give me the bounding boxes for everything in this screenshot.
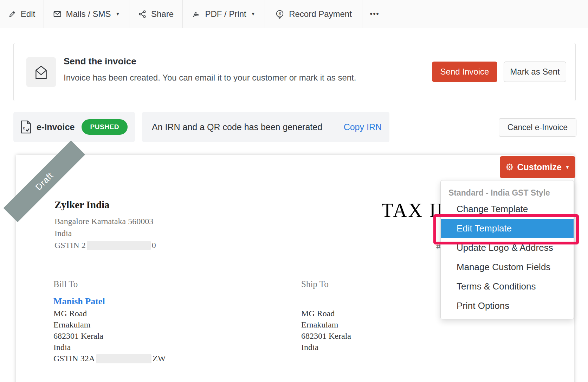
irn-message: An IRN and a QR code has been generated xyxy=(152,122,322,132)
menu-item-print-options[interactable]: Print Options xyxy=(441,296,574,316)
bill-to-gstin: GSTIN 32A ZW xyxy=(53,354,166,363)
ship-to-line: 682301 Kerala xyxy=(301,331,351,341)
more-actions-button[interactable]: ••• xyxy=(362,0,387,28)
redacted-gstin xyxy=(96,354,151,363)
svg-text:e: e xyxy=(23,125,25,130)
menu-item-update-logo-address[interactable]: Update Logo & Address xyxy=(441,238,574,257)
chevron-down-icon: ▼ xyxy=(116,11,120,17)
mark-as-sent-button[interactable]: Mark as Sent xyxy=(504,62,566,82)
bill-to-line: Ernakulam xyxy=(53,320,90,330)
einvoice-status-section: e e-Invoice PUSHED xyxy=(13,112,135,142)
customize-dropdown-menu: Standard - India GST Style Change Templa… xyxy=(440,180,574,319)
company-name: Zylker India xyxy=(54,199,110,211)
ship-to-line: Ernakulam xyxy=(301,320,338,330)
pdf-icon xyxy=(192,10,200,18)
send-invoice-button[interactable]: Send Invoice xyxy=(432,62,497,82)
envelope-icon xyxy=(53,10,62,18)
more-icon: ••• xyxy=(370,10,379,18)
company-country: India xyxy=(54,229,72,238)
bill-gstin-prefix: GSTIN 32A xyxy=(53,354,95,363)
banner-title: Send the invoice xyxy=(64,56,136,67)
ship-to-line: India xyxy=(301,343,318,352)
share-button[interactable]: Share xyxy=(129,0,183,28)
pushed-status-badge: PUSHED xyxy=(82,119,128,135)
menu-item-edit-template[interactable]: Edit Template xyxy=(441,219,574,238)
company-address: Bangalore Karnataka 560003 xyxy=(54,217,153,226)
invoice-detail-page: Edit Mails / SMS ▼ Share PDF / Print ▼ $… xyxy=(0,0,588,382)
chevron-down-icon: ▼ xyxy=(251,11,256,17)
customer-name-link[interactable]: Manish Patel xyxy=(53,296,105,307)
bill-to-line: India xyxy=(53,343,71,352)
record-payment-label: Record Payment xyxy=(289,9,352,19)
menu-item-manage-custom-fields[interactable]: Manage Custom Fields xyxy=(441,257,574,277)
menu-item-terms-conditions[interactable]: Terms & Conditions xyxy=(441,277,574,296)
cancel-einvoice-button[interactable]: Cancel e-Invoice xyxy=(499,118,576,137)
ship-to-line: MG Road xyxy=(301,309,335,318)
customize-button[interactable]: ⚙ Customize ▼ xyxy=(500,156,575,178)
send-invoice-banner: Send the invoice Invoice has been create… xyxy=(13,43,576,101)
pdf-print-label: PDF / Print xyxy=(205,9,246,19)
company-gstin-suffix: 0 xyxy=(152,241,156,250)
bill-to-heading: Bill To xyxy=(53,279,78,289)
bill-to-line: 682301 Kerala xyxy=(53,331,103,341)
copy-irn-link[interactable]: Copy IRN xyxy=(344,122,382,132)
bill-gstin-suffix: ZW xyxy=(153,354,166,363)
customize-label: Customize xyxy=(517,162,562,172)
envelope-badge xyxy=(26,57,56,87)
company-gstin: GSTIN 2 0 xyxy=(54,241,156,250)
open-envelope-icon xyxy=(33,64,49,80)
edit-button[interactable]: Edit xyxy=(0,0,44,28)
ship-to-heading: Ship To xyxy=(301,279,329,289)
share-icon xyxy=(138,10,147,18)
edit-label: Edit xyxy=(21,9,35,19)
share-label: Share xyxy=(151,9,174,19)
bill-to-line: MG Road xyxy=(53,309,87,318)
pdf-print-button[interactable]: PDF / Print ▼ xyxy=(183,0,265,28)
template-style-header: Standard - India GST Style xyxy=(441,186,574,199)
banner-description: Invoice has been created. You can email … xyxy=(64,73,356,83)
toolbar: Edit Mails / SMS ▼ Share PDF / Print ▼ $… xyxy=(0,0,588,28)
company-gstin-prefix: GSTIN 2 xyxy=(54,241,86,250)
redacted-gstin xyxy=(87,241,151,250)
record-payment-button[interactable]: $ Record Payment xyxy=(265,0,362,28)
payment-icon: $ xyxy=(275,9,284,19)
einvoice-label: e-Invoice xyxy=(37,122,75,132)
mails-sms-button[interactable]: Mails / SMS ▼ xyxy=(44,0,129,28)
gear-icon: ⚙ xyxy=(505,162,513,173)
pencil-icon xyxy=(8,10,16,18)
einvoice-message-section: An IRN and a QR code has been generated … xyxy=(142,112,389,142)
einvoice-document-icon: e xyxy=(20,120,32,134)
mails-sms-label: Mails / SMS xyxy=(66,9,111,19)
svg-text:$: $ xyxy=(279,11,281,16)
chevron-down-icon: ▼ xyxy=(565,165,570,170)
menu-item-change-template[interactable]: Change Template xyxy=(441,199,574,219)
